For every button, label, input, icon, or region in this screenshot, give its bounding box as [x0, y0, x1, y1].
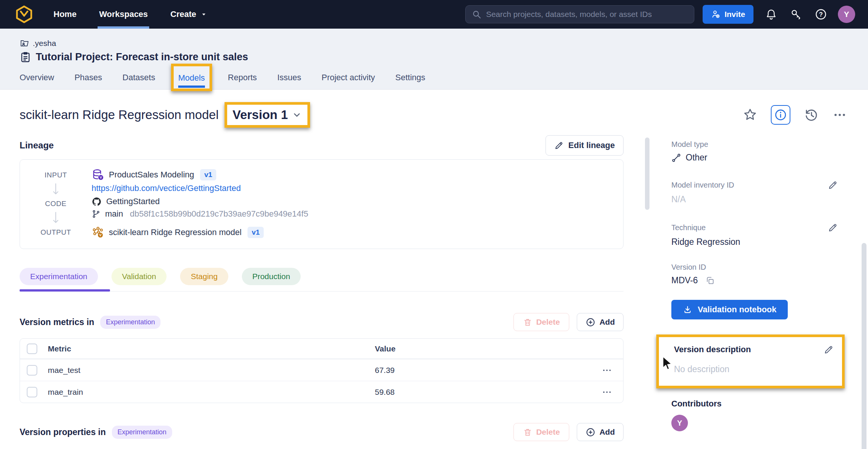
select-all-checkbox[interactable] — [27, 344, 37, 354]
tab-settings[interactable]: Settings — [395, 67, 425, 88]
row-menu-button[interactable] — [601, 365, 613, 376]
info-button[interactable] — [771, 105, 790, 125]
inventory-group: Model inventory ID N/A — [671, 179, 845, 205]
main-content: Lineage Edit lineage INPUT CODE OUTPUT — [20, 134, 623, 441]
row-checkbox[interactable] — [27, 365, 37, 376]
details-sidebar: Model type Other Model inventory ID N/A — [671, 140, 845, 431]
metrics-table: Metric Value mae_test 67.39 mae_train 59… — [20, 338, 623, 403]
row-checkbox[interactable] — [27, 387, 37, 397]
help-button[interactable]: ? — [814, 7, 828, 21]
key-icon — [790, 8, 802, 20]
input-asset-name[interactable]: ProductSales Modeling — [109, 170, 194, 180]
model-icon: V — [92, 226, 104, 239]
search-icon — [472, 9, 481, 19]
project-title: Tutorial Project: Forecast in-store unit… — [36, 51, 248, 63]
tab-datasets[interactable]: Datasets — [122, 67, 155, 88]
edit-description-button[interactable] — [823, 344, 834, 355]
arrow-down-icon — [52, 211, 59, 226]
nav-item-workspaces[interactable]: Workspaces — [98, 0, 148, 29]
more-menu-button[interactable] — [832, 107, 848, 123]
svg-text:V: V — [99, 176, 102, 179]
stage-tab-validation[interactable]: Validation — [112, 268, 167, 285]
stage-tab-experimentation[interactable]: Experimentation — [20, 268, 98, 285]
contributor-avatar[interactable]: Y — [671, 415, 688, 431]
input-version-badge[interactable]: v1 — [200, 169, 216, 180]
notifications-button[interactable] — [764, 7, 778, 21]
edit-technique-button[interactable] — [827, 222, 839, 233]
copy-version-id-button[interactable] — [705, 276, 715, 286]
nav-item-create[interactable]: Create — [170, 0, 208, 29]
tab-issues[interactable]: Issues — [277, 67, 301, 88]
contributors-label: Contributors — [671, 399, 845, 409]
search-input[interactable] — [486, 10, 688, 19]
tab-phases[interactable]: Phases — [75, 67, 102, 88]
add-label: Add — [599, 318, 615, 327]
vectice-logo-icon[interactable] — [15, 5, 33, 23]
add-label: Add — [599, 428, 615, 437]
workspace-name[interactable]: .yesha — [33, 39, 56, 48]
lineage-output-asset[interactable]: V scikit-learn Ridge Regression model v1 — [92, 225, 612, 240]
add-metric-button[interactable]: Add — [577, 313, 623, 331]
edit-inventory-button[interactable] — [827, 179, 839, 191]
more-dots-icon — [602, 387, 612, 397]
version-id-label: Version ID — [671, 263, 845, 272]
tab-reports[interactable]: Reports — [228, 67, 257, 88]
user-avatar[interactable]: Y — [838, 6, 855, 23]
add-property-button[interactable]: Add — [577, 423, 623, 441]
tab-models[interactable]: Models — [178, 68, 205, 88]
validation-notebook-button[interactable]: Validation notebook — [671, 300, 788, 319]
lineage-labels: INPUT CODE OUTPUT — [20, 168, 92, 240]
star-button[interactable] — [742, 107, 758, 123]
nav-item-home[interactable]: Home — [53, 0, 77, 29]
delete-metrics-button[interactable]: Delete — [513, 313, 569, 331]
model-type-value: Other — [671, 153, 845, 163]
metric-column-header: Metric — [48, 344, 375, 353]
code-repo-row: GettingStarted — [92, 195, 612, 208]
plus-circle-icon — [585, 427, 596, 437]
lineage-title: Lineage — [20, 140, 54, 151]
api-key-button[interactable] — [789, 7, 803, 21]
version-dropdown[interactable]: Version 1 — [232, 108, 302, 122]
edit-lineage-button[interactable]: Edit lineage — [546, 135, 623, 156]
invite-label: Invite — [724, 10, 745, 19]
lineage-input-asset[interactable]: V ProductSales Modeling v1 — [92, 168, 612, 181]
chevron-down-icon — [292, 110, 302, 120]
star-icon — [743, 107, 758, 122]
properties-section-header: Version properties in Experimentation De… — [20, 423, 623, 441]
lineage-assets: V ProductSales Modeling v1 https://githu… — [92, 168, 612, 240]
invite-button[interactable]: Invite — [703, 5, 753, 24]
models-tab-highlight: Models — [171, 64, 212, 91]
tab-overview[interactable]: Overview — [20, 67, 54, 88]
content-scrollbar[interactable] — [645, 137, 649, 210]
metrics-stage-badge: Experimentation — [100, 316, 160, 329]
breadcrumb[interactable]: .yesha — [20, 38, 868, 48]
repo-name[interactable]: GettingStarted — [106, 197, 160, 206]
copy-icon — [705, 276, 715, 286]
stage-tab-production[interactable]: Production — [242, 268, 301, 285]
page-scrollbar[interactable] — [862, 243, 866, 449]
row-menu-button[interactable] — [601, 387, 613, 397]
project-tabs: Overview Phases Datasets Models Reports … — [20, 67, 868, 88]
project-title-row: Tutorial Project: Forecast in-store unit… — [20, 51, 868, 63]
pencil-icon — [828, 180, 838, 190]
code-repo-link[interactable]: https://github.com/vectice/GettingStarte… — [92, 181, 612, 195]
output-version-badge[interactable]: v1 — [248, 227, 264, 238]
delete-properties-button[interactable]: Delete — [513, 423, 569, 441]
history-button[interactable] — [803, 107, 819, 123]
trash-icon — [523, 318, 532, 327]
stage-tab-staging[interactable]: Staging — [180, 268, 228, 285]
output-asset-name[interactable]: scikit-learn Ridge Regression model — [109, 228, 241, 237]
delete-label: Delete — [536, 318, 560, 327]
metric-name: mae_test — [48, 366, 375, 375]
link-nodes-icon — [671, 153, 681, 163]
model-type-text: Other — [686, 153, 708, 163]
github-icon — [92, 197, 102, 207]
inventory-value: N/A — [671, 194, 845, 205]
global-search[interactable] — [465, 5, 694, 23]
git-branch-icon — [92, 209, 101, 218]
tab-project-activity[interactable]: Project activity — [321, 67, 375, 88]
workspace-folder-icon — [20, 38, 29, 48]
metrics-title: Version metrics in — [20, 317, 94, 327]
value-column-header: Value — [375, 344, 601, 353]
table-row: mae_train 59.68 — [20, 381, 623, 403]
